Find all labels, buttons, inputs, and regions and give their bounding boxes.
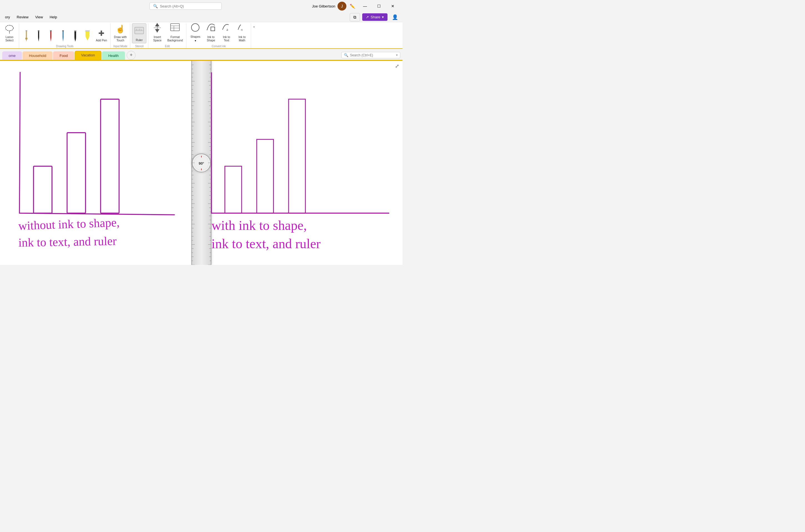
- svg-marker-17: [74, 38, 76, 42]
- tab-home[interactable]: ome: [2, 51, 22, 60]
- menu-ory[interactable]: ory: [2, 14, 13, 20]
- format-bg-label: Format Background: [167, 35, 183, 42]
- title-bar: 🔍 Joe Gilbertson J ✏️ — ☐ ✕: [0, 0, 402, 12]
- tab-vacation[interactable]: Vacation: [75, 51, 101, 60]
- svg-rect-12: [50, 30, 52, 31]
- svg-marker-30: [155, 29, 160, 33]
- title-bar-right: Joe Gilbertson J ✏️ — ☐ ✕: [312, 2, 399, 11]
- svg-rect-18: [74, 30, 76, 31]
- insert-space-label: Insert Space: [153, 35, 162, 42]
- canvas-area: ⤢ without ink to shape, ink to text, and…: [0, 60, 402, 265]
- lasso-section-label: [2, 44, 17, 45]
- svg-rect-10: [50, 31, 51, 38]
- share-icon: ↗: [366, 15, 369, 19]
- format-background-button[interactable]: Format Background: [166, 23, 184, 43]
- pen-black-button[interactable]: [33, 23, 44, 43]
- svg-point-0: [5, 25, 13, 31]
- search-input[interactable]: [160, 4, 216, 8]
- user-name: Joe Gilbertson: [312, 4, 335, 8]
- ruler-button[interactable]: Ruler: [132, 23, 146, 43]
- drawing-tools-label: Drawing Tools: [21, 44, 109, 48]
- close-button[interactable]: ✕: [387, 2, 399, 11]
- pen-tools-row: ✚ Add Pen: [21, 23, 109, 43]
- tab-household[interactable]: Household: [22, 51, 53, 60]
- ribbon-expand[interactable]: ˅: [251, 23, 257, 48]
- shapes-button[interactable]: Shapes ▾: [188, 23, 203, 43]
- search-area: 🔍: [59, 2, 312, 10]
- lasso-icon: [4, 23, 15, 34]
- pen-icon-titlebar[interactable]: ✏️: [350, 4, 355, 9]
- ink-to-shape-button[interactable]: Ink to Shape: [204, 23, 218, 43]
- shapes-label: Shapes: [190, 35, 201, 39]
- drawing-tools-section: ✚ Add Pen Drawing Tools: [19, 23, 111, 48]
- tab-food[interactable]: Food: [53, 51, 74, 60]
- svg-rect-42: [67, 133, 86, 213]
- copy-icon: ⧉: [353, 15, 356, 20]
- edit-label: Edit: [150, 44, 184, 48]
- ink-to-shape-icon: [206, 22, 216, 34]
- lasso-select-button[interactable]: Lasso Select: [2, 23, 17, 43]
- copy-pages-button[interactable]: ⧉: [350, 13, 360, 21]
- tabs-bar: ome Household Food Vacation Health + 🔍 ▾: [0, 49, 402, 60]
- touch-icon: ☝️: [115, 24, 125, 34]
- ink-to-math-button[interactable]: π Ink to Math: [235, 23, 249, 43]
- svg-marker-8: [38, 38, 39, 42]
- restore-button[interactable]: ☐: [373, 2, 385, 11]
- menu-review[interactable]: Review: [14, 14, 31, 20]
- person-button[interactable]: 👤: [390, 13, 400, 22]
- minimize-button[interactable]: —: [359, 2, 371, 11]
- convert-tools-row: Shapes ▾ Ink to Shape a: [188, 23, 249, 43]
- right-ink-drawing: with ink to shape, ink to text, and rule…: [201, 61, 403, 265]
- stencil-section: Ruler Stencil: [130, 23, 148, 48]
- tab-health[interactable]: Health: [102, 51, 125, 60]
- menu-view[interactable]: View: [33, 14, 46, 20]
- svg-rect-13: [62, 31, 63, 38]
- svg-point-37: [191, 24, 199, 31]
- svg-rect-2: [26, 31, 27, 37]
- share-chevron: ▾: [382, 15, 384, 19]
- svg-rect-9: [38, 30, 39, 31]
- add-tab-button[interactable]: +: [127, 51, 135, 60]
- draw-with-touch-button[interactable]: ☝️ Draw with Touch: [112, 23, 128, 43]
- ribbon: Lasso Select: [0, 22, 402, 49]
- insert-space-button[interactable]: Insert Space: [150, 23, 165, 43]
- svg-rect-16: [74, 31, 76, 38]
- ink-to-shape-label: Ink to Shape: [207, 35, 215, 42]
- pen-blue-button[interactable]: [57, 23, 69, 43]
- svg-marker-4: [26, 39, 27, 42]
- svg-rect-33: [171, 24, 180, 31]
- share-button[interactable]: ↗ Share ▾: [362, 13, 388, 21]
- add-pen-button[interactable]: ✚ Add Pen: [94, 23, 109, 43]
- format-bg-icon: [170, 22, 180, 34]
- svg-rect-5: [25, 38, 27, 39]
- search-icon: 🔍: [153, 4, 158, 8]
- tabs-search-box[interactable]: 🔍 ▾: [341, 52, 400, 58]
- pen-tan-button[interactable]: [21, 23, 32, 43]
- pen-dark-button[interactable]: [70, 23, 81, 43]
- pen-red-button[interactable]: [45, 23, 56, 43]
- add-pen-label: Add Pen: [96, 39, 107, 42]
- ruler-wrapper: Ruler: [132, 23, 146, 43]
- edit-section: Insert Space Format Background Edit: [148, 23, 186, 48]
- menu-help[interactable]: Help: [47, 14, 60, 20]
- svg-rect-41: [34, 166, 52, 213]
- svg-text:ink to text, and ruler: ink to text, and ruler: [18, 234, 117, 249]
- lasso-section: Lasso Select: [1, 23, 19, 48]
- ribbon-expand-button[interactable]: ˅: [252, 25, 256, 32]
- lasso-label: Lasso Select: [5, 35, 13, 42]
- svg-rect-15: [62, 30, 64, 31]
- ink-to-text-button[interactable]: a Ink to Text: [219, 23, 233, 43]
- svg-rect-52: [288, 99, 305, 213]
- svg-rect-6: [25, 30, 27, 31]
- search-box[interactable]: 🔍: [149, 2, 222, 10]
- tabs-search-chevron: ▾: [396, 53, 398, 57]
- svg-text:π: π: [241, 27, 243, 32]
- svg-rect-43: [100, 99, 119, 213]
- ink-to-math-label: Ink to Math: [239, 35, 246, 42]
- svg-rect-38: [211, 27, 215, 31]
- svg-rect-50: [225, 166, 241, 213]
- tabs-search-input[interactable]: [350, 53, 394, 57]
- svg-rect-7: [38, 31, 39, 38]
- highlighter-button[interactable]: [82, 23, 93, 43]
- add-pen-icon: ✚: [98, 30, 105, 37]
